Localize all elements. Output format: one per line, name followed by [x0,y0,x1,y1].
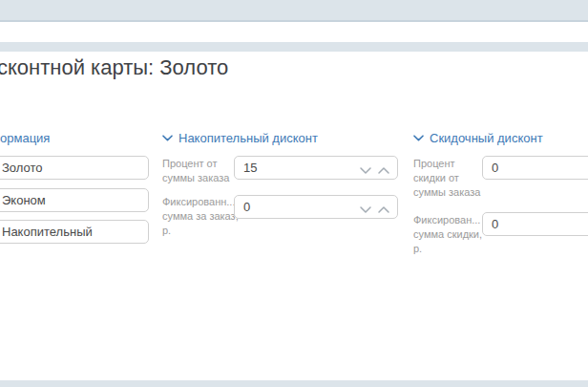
top-toolbar-band [0,0,588,22]
accumulative-fixed-label: Фиксированн... сумма за заказ, р. [162,195,239,238]
accumulative-percent-input[interactable] [234,156,398,180]
spinner-up-icon[interactable] [377,202,390,212]
discount-card-form: сконтной карты: Золото ормация Накопител… [0,0,588,387]
discount-fixed-field [482,212,588,236]
info-field-2-input[interactable] [0,188,149,212]
spinner-down-icon[interactable] [359,202,372,212]
accumulative-percent-label: Процент от суммы заказа [162,157,235,185]
discount-percent-field [482,156,588,180]
header-divider-band [0,42,588,52]
accumulative-fixed-field [234,195,398,219]
discount-percent-label: Процент скидки от суммы заказа [413,157,486,200]
info-field-3-input[interactable] [0,220,149,244]
accumulative-fixed-input[interactable] [234,195,398,219]
section-discount-header-label: Скидочный дисконт [430,131,543,145]
discount-fixed-label: Фиксирован... сумма скидки, р. [413,213,490,256]
info-field-1-input[interactable] [0,156,149,180]
section-accumulative-header[interactable]: Накопительный дисконт [162,131,318,145]
bottom-band [0,380,588,387]
page-title: сконтной карты: Золото [0,55,228,80]
section-discount-header[interactable]: Скидочный дисконт [413,131,543,145]
spinner-up-icon[interactable] [377,162,390,173]
discount-percent-input[interactable] [482,156,588,180]
discount-fixed-input[interactable] [482,212,588,236]
accumulative-percent-field [234,156,398,180]
chevron-down-icon [413,135,424,141]
chevron-down-icon [162,135,173,141]
section-accumulative-header-label: Накопительный дисконт [178,131,318,145]
spinner-down-icon[interactable] [359,162,372,173]
section-info-header-label: ормация [0,131,50,145]
section-info-header[interactable]: ормация [0,131,50,145]
